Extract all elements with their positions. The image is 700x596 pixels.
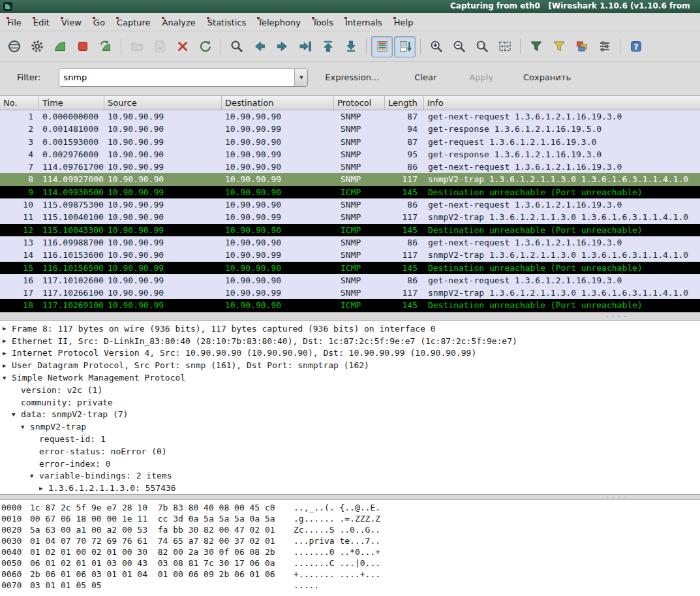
packet-row[interactable]: 7114.09761700010.90.90.9910.90.90.90SNMP…	[0, 161, 700, 173]
window-icon[interactable]	[3, 2, 12, 11]
display-filters-button[interactable]	[548, 36, 570, 57]
zoom-out-button[interactable]	[448, 36, 470, 57]
menu-capture[interactable]: Capture	[111, 13, 157, 31]
packet-row[interactable]: 14116.10153600010.90.90.9010.90.90.99SNM…	[0, 249, 700, 261]
find-packet-button[interactable]	[226, 36, 247, 57]
apply-button[interactable]: Apply	[463, 69, 500, 86]
expand-icon[interactable]: ▶	[3, 337, 12, 344]
close-file-button[interactable]	[172, 36, 193, 57]
collapse-icon[interactable]: ▼	[21, 424, 30, 430]
packet-row[interactable]: 16117.10102600010.90.90.9910.90.90.90SNM…	[0, 274, 700, 287]
colorize-packet-list-toggle[interactable]	[371, 36, 393, 57]
stop-capture-button[interactable]	[72, 36, 93, 57]
menu-statistics[interactable]: Statistics	[202, 13, 252, 31]
detail-line[interactable]: community: private	[0, 396, 700, 409]
expand-icon[interactable]: ▶	[39, 485, 48, 492]
packet-row[interactable]: 30.00159300010.90.90.9910.90.90.90SNMP87…	[0, 136, 700, 148]
collapse-icon[interactable]: ▼	[30, 473, 39, 479]
column-header-no[interactable]: No.	[0, 96, 39, 110]
packet-row[interactable]: 15116.10156500010.90.90.9910.90.90.90ICM…	[0, 262, 700, 274]
hex-row[interactable]: 00001c 87 2c 5f 9e e7 28 10 7b 83 80 40 …	[0, 502, 700, 513]
preferences-button[interactable]	[594, 36, 615, 57]
hex-row[interactable]: 00602b 06 01 06 03 01 01 04 01 00 06 09 …	[0, 569, 700, 580]
expand-icon[interactable]: ▶	[3, 350, 12, 356]
menu-internals[interactable]: Internals	[339, 13, 388, 31]
packet-row[interactable]: 17117.10266100010.90.90.9010.90.90.99SNM…	[0, 287, 700, 299]
restart-capture-button[interactable]	[95, 36, 116, 57]
save-filter-button[interactable]: Сохранить	[517, 69, 577, 86]
detail-line[interactable]: ▶Ethernet II, Src: D-LinkIn_83:80:40 (28…	[0, 335, 700, 347]
detail-line[interactable]: request-id: 1	[0, 433, 700, 445]
capture-options-button[interactable]	[26, 36, 48, 57]
hex-row[interactable]: 003001 04 07 70 72 69 76 61 74 65 a7 82 …	[0, 535, 700, 546]
column-header-length[interactable]: Length	[385, 96, 424, 110]
detail-line[interactable]: version: v2c (1)	[0, 384, 700, 396]
titlebar[interactable]: Capturing from eth0 [Wireshark 1.10.6 (v…	[0, 0, 700, 13]
zoom-in-button[interactable]	[425, 36, 447, 57]
start-capture-button[interactable]	[49, 36, 70, 57]
zoom-100-button[interactable]: 1:1	[471, 36, 493, 57]
coloring-rules-button[interactable]	[571, 36, 592, 57]
packet-row[interactable]: 10.00000000010.90.90.9910.90.90.90SNMP87…	[0, 110, 700, 123]
column-header-destination[interactable]: Destination	[222, 96, 334, 110]
packet-row[interactable]: 10115.09875300010.90.90.9910.90.90.90SNM…	[0, 198, 700, 211]
packet-row[interactable]: 8114.09927000010.90.90.9010.90.90.99SNMP…	[0, 173, 700, 185]
collapse-icon[interactable]: ▼	[3, 375, 12, 381]
detail-line[interactable]: error-index: 0	[0, 458, 700, 470]
detail-line[interactable]: ▶Internet Protocol Version 4, Src: 10.90…	[0, 347, 700, 360]
menu-view[interactable]: View	[55, 13, 87, 31]
go-forward-button[interactable]	[271, 36, 293, 57]
expression-button[interactable]: Expression...	[318, 69, 386, 86]
column-header-info[interactable]: Info	[424, 96, 700, 110]
hex-row[interactable]: 004001 02 01 00 02 01 00 30 82 00 2a 30 …	[0, 546, 700, 557]
go-to-packet-button[interactable]	[294, 36, 316, 57]
packet-row[interactable]: 9114.09930500010.90.90.9910.90.90.90ICMP…	[0, 186, 700, 198]
clear-button[interactable]: Clear	[408, 69, 443, 86]
list-interfaces-button[interactable]	[3, 36, 25, 57]
detail-line[interactable]: ▶User Datagram Protocol, Src Port: snmp …	[0, 359, 700, 371]
column-header-protocol[interactable]: Protocol	[334, 96, 385, 110]
detail-line[interactable]: ▼Simple Network Management Protocol	[0, 371, 700, 384]
detail-line[interactable]: ▼snmpV2-trap	[0, 420, 700, 433]
packet-row[interactable]: 40.00297600010.90.90.9010.90.90.99SNMP95…	[0, 148, 700, 161]
expand-icon[interactable]: ▶	[3, 362, 12, 369]
hex-row[interactable]: 007003 01 01 05 05.....	[0, 580, 700, 591]
menu-tools[interactable]: Tools	[307, 13, 339, 31]
go-to-top-button[interactable]	[317, 36, 339, 57]
detail-line[interactable]: ▶1.3.6.1.2.1.1.3.0: 557436	[0, 482, 700, 494]
go-to-bottom-button[interactable]	[340, 36, 361, 57]
expand-icon[interactable]: ▶	[3, 325, 12, 332]
packet-row[interactable]: 11115.10040100010.90.90.9010.90.90.99SNM…	[0, 211, 700, 223]
auto-scroll-toggle[interactable]	[394, 36, 416, 57]
menu-file[interactable]: File	[1, 13, 27, 31]
packet-row[interactable]: 12115.10043300010.90.90.9910.90.90.90ICM…	[0, 224, 700, 236]
filter-input[interactable]	[59, 69, 294, 86]
menu-analyze[interactable]: Analyze	[157, 13, 202, 31]
column-header-source[interactable]: Source	[104, 96, 222, 110]
pane-splitter[interactable]	[0, 312, 700, 321]
menu-telephony[interactable]: Telephony	[252, 13, 307, 31]
filter-dropdown-button[interactable]: ▼	[294, 69, 307, 86]
help-button[interactable]: ?	[625, 36, 647, 57]
column-header-time[interactable]: Time	[39, 96, 104, 110]
menu-edit[interactable]: Edit	[27, 13, 55, 31]
detail-line[interactable]: ▶Frame 8: 117 bytes on wire (936 bits), …	[0, 322, 700, 335]
open-file-button[interactable]	[126, 36, 147, 57]
detail-line[interactable]: error-status: noError (0)	[0, 445, 700, 458]
packet-row[interactable]: 13116.09988700010.90.90.9910.90.90.90SNM…	[0, 236, 700, 249]
menu-help[interactable]: Help	[388, 13, 419, 31]
hex-row[interactable]: 001000 67 06 18 00 00 1e 11 cc 3d 0a 5a …	[0, 513, 700, 524]
detail-line[interactable]: ▼data: snmpV2-trap (7)	[0, 409, 700, 421]
capture-filters-button[interactable]	[525, 36, 547, 57]
hex-row[interactable]: 00205a 63 00 a1 00 a2 00 53 fa bb 30 82 …	[0, 524, 700, 535]
collapse-icon[interactable]: ▼	[12, 411, 21, 418]
packet-row[interactable]: 18117.10269100010.90.90.9910.90.90.90ICM…	[0, 299, 700, 311]
packet-row[interactable]: 20.00148100010.90.90.9010.90.90.99SNMP94…	[0, 123, 700, 135]
pane-splitter[interactable]	[0, 494, 700, 500]
go-back-button[interactable]	[249, 36, 270, 57]
hex-row[interactable]: 005006 01 02 01 01 03 00 43 03 08 81 7c …	[0, 557, 700, 569]
reload-button[interactable]	[194, 36, 216, 57]
detail-line[interactable]: ▼variable-bindings: 2 items	[0, 470, 700, 482]
menu-go[interactable]: Go	[87, 13, 111, 31]
resize-columns-button[interactable]	[494, 36, 515, 57]
